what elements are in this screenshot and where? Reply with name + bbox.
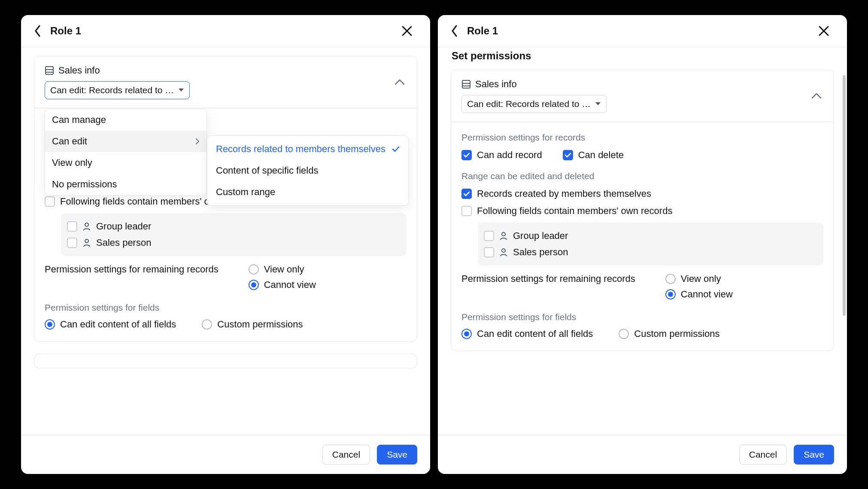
back-icon[interactable] bbox=[451, 24, 458, 37]
card-header: Sales info Can edit: Records related to … bbox=[34, 56, 417, 108]
remaining-label: Permission settings for remaining record… bbox=[461, 273, 635, 284]
radio-view-only[interactable]: View only bbox=[665, 273, 733, 284]
radio-icon bbox=[619, 329, 629, 339]
svg-point-8 bbox=[502, 232, 505, 236]
permission-selector[interactable]: Can edit: Records related to … bbox=[461, 95, 607, 113]
checkbox-icon bbox=[67, 238, 77, 248]
dropdown-item-can-edit[interactable]: Can edit bbox=[45, 131, 206, 152]
checkbox-can-delete[interactable]: Can delete bbox=[563, 150, 624, 161]
dialog-footer: Cancel Save bbox=[438, 435, 847, 474]
dialog-title: Role 1 bbox=[50, 25, 401, 37]
dialog-body: Set permissions Sales info Can edit: Rec… bbox=[438, 47, 847, 435]
svg-point-9 bbox=[502, 249, 505, 252]
checkbox-can-add[interactable]: Can add record bbox=[461, 150, 542, 161]
card-header: Sales info Can edit: Records related to … bbox=[451, 70, 834, 122]
radio-view-only[interactable]: View only bbox=[249, 264, 316, 275]
dropdown-item-label: View only bbox=[52, 157, 92, 168]
save-button[interactable]: Save bbox=[794, 445, 834, 465]
subdropdown-item-content-fields[interactable]: Content of specific fields bbox=[207, 160, 408, 181]
radio-icon bbox=[249, 280, 259, 290]
subdropdown-item-records-related[interactable]: Records related to members themselves bbox=[207, 138, 408, 160]
table-name-row: Sales info bbox=[45, 65, 407, 76]
records-section-label: Permission settings for records bbox=[461, 132, 823, 143]
radio-custom-permissions[interactable]: Custom permissions bbox=[202, 319, 303, 330]
radio-cannot-view[interactable]: Cannot view bbox=[665, 289, 733, 300]
radio-icon bbox=[45, 319, 55, 330]
pane-right: Role 1 Set permissions Sales info Can ed… bbox=[438, 15, 847, 474]
radio-label: Cannot view bbox=[681, 289, 733, 300]
field-option[interactable]: Group leader bbox=[67, 218, 401, 235]
close-icon[interactable] bbox=[401, 25, 413, 37]
dropdown-item-label: Can edit bbox=[52, 136, 87, 147]
cancel-button[interactable]: Cancel bbox=[739, 445, 787, 465]
field-label: Sales person bbox=[513, 247, 568, 258]
collapse-icon[interactable] bbox=[395, 79, 405, 85]
svg-point-4 bbox=[85, 239, 88, 243]
remaining-label: Permission settings for remaining record… bbox=[45, 264, 219, 275]
checkbox-records-created[interactable]: Records created by members themselves bbox=[461, 188, 823, 199]
subdropdown-item-label: Records related to members themselves bbox=[216, 144, 385, 155]
field-label: Sales person bbox=[96, 237, 151, 248]
field-option[interactable]: Group leader bbox=[484, 228, 817, 244]
dropdown-item-label: No permissions bbox=[52, 179, 117, 190]
radio-label: Can edit content of all fields bbox=[60, 319, 176, 330]
pane-left: Role 1 Sales info Can edit: Records rela… bbox=[21, 15, 430, 474]
radio-cannot-view[interactable]: Cannot view bbox=[249, 279, 316, 290]
radio-icon bbox=[249, 264, 259, 275]
remaining-records-row: Permission settings for remaining record… bbox=[461, 273, 823, 300]
field-option[interactable]: Sales person bbox=[67, 235, 401, 251]
table-name: Sales info bbox=[58, 65, 100, 76]
checkbox-icon bbox=[461, 150, 472, 160]
checkbox-icon bbox=[45, 196, 55, 207]
field-option[interactable]: Sales person bbox=[484, 244, 817, 260]
radio-label: Can edit content of all fields bbox=[477, 328, 593, 339]
check-icon bbox=[392, 146, 400, 152]
field-label: Group leader bbox=[513, 230, 568, 241]
fields-box: Group leader Sales person bbox=[61, 213, 407, 256]
dropdown-item-no-permissions[interactable]: No permissions bbox=[45, 174, 206, 195]
permission-selector[interactable]: Can edit: Records related to … bbox=[45, 81, 190, 99]
caret-down-icon bbox=[595, 102, 601, 106]
checkbox-label: Following fields contain members' own re… bbox=[477, 205, 672, 217]
fields-box: Group leader Sales person bbox=[478, 223, 823, 266]
checkbox-icon bbox=[67, 221, 77, 232]
checkbox-icon bbox=[461, 189, 472, 199]
radio-custom-permissions[interactable]: Custom permissions bbox=[619, 328, 719, 339]
radio-all-fields[interactable]: Can edit content of all fields bbox=[45, 319, 176, 330]
checkbox-icon bbox=[484, 247, 494, 257]
card-body: Permission settings for records Can add … bbox=[451, 122, 834, 351]
close-icon[interactable] bbox=[818, 25, 830, 37]
person-icon bbox=[82, 222, 91, 231]
svg-rect-0 bbox=[46, 67, 53, 74]
subdropdown-item-custom-range[interactable]: Custom range bbox=[207, 181, 408, 203]
radio-all-fields[interactable]: Can edit content of all fields bbox=[461, 328, 593, 339]
radio-icon bbox=[202, 319, 212, 330]
chevron-right-icon bbox=[195, 138, 200, 145]
radio-label: Custom permissions bbox=[217, 319, 303, 330]
svg-point-3 bbox=[85, 223, 88, 226]
collapse-icon[interactable] bbox=[811, 93, 822, 99]
subdropdown-item-label: Custom range bbox=[216, 186, 275, 198]
dialog-header: Role 1 bbox=[21, 15, 430, 47]
permission-subdropdown: Records related to members themselves Co… bbox=[207, 135, 409, 206]
dropdown-item-can-manage[interactable]: Can manage bbox=[45, 109, 206, 131]
range-label: Range can be edited and deleted bbox=[461, 171, 823, 181]
back-icon[interactable] bbox=[34, 24, 42, 37]
radio-label: View only bbox=[681, 273, 721, 284]
checkbox-icon bbox=[484, 231, 494, 241]
checkbox-following-fields[interactable]: Following fields contain members' own re… bbox=[461, 205, 823, 217]
person-icon bbox=[499, 248, 508, 257]
remaining-records-row: Permission settings for remaining record… bbox=[45, 264, 407, 290]
person-icon bbox=[82, 238, 91, 247]
radio-label: Cannot view bbox=[264, 279, 316, 290]
permission-dropdown: Can manage Can edit View only No permiss… bbox=[45, 109, 207, 196]
fields-section-label: Permission settings for fields bbox=[461, 312, 823, 322]
table-name-row: Sales info bbox=[461, 79, 823, 90]
scrollbar-thumb[interactable] bbox=[843, 75, 846, 316]
dialog-title: Role 1 bbox=[467, 25, 818, 37]
section-heading: Set permissions bbox=[452, 50, 834, 62]
save-button[interactable]: Save bbox=[377, 445, 417, 465]
dropdown-item-label: Can manage bbox=[52, 114, 106, 125]
cancel-button[interactable]: Cancel bbox=[322, 445, 370, 465]
dropdown-item-view-only[interactable]: View only bbox=[45, 152, 206, 174]
